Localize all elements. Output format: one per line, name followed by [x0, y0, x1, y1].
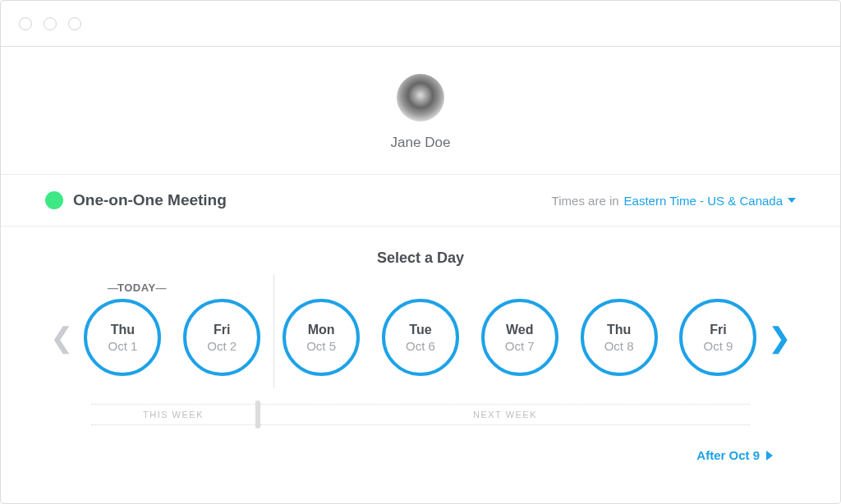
next-arrow-icon[interactable]: ❯ [768, 323, 791, 351]
prev-arrow-icon[interactable]: ❮ [50, 323, 73, 351]
profile-section: Jane Doe [1, 48, 840, 175]
window-control-dot[interactable] [19, 17, 32, 30]
day-option[interactable]: Thu Oct 1 [84, 299, 161, 376]
day-weekday: Mon [308, 323, 335, 337]
day-weekday: Wed [506, 323, 533, 337]
chevron-down-icon [788, 198, 796, 203]
week-labels-bar: THIS WEEK NEXT WEEK [1, 401, 840, 428]
meeting-bar: One-on-One Meeting Times are in Eastern … [1, 175, 840, 227]
next-week-label: NEXT WEEK [260, 404, 750, 425]
meeting-title-group: One-on-One Meeting [45, 191, 227, 209]
after-date-row: After Oct 9 [1, 428, 840, 462]
day-weekday: Thu [607, 323, 631, 337]
day-option[interactable]: Tue Oct 6 [382, 299, 459, 376]
day-weekday: Fri [214, 323, 230, 337]
day-date: Oct 2 [207, 339, 237, 353]
content-area: Jane Doe One-on-One Meeting Times are in… [1, 47, 840, 504]
day-date: Oct 6 [406, 339, 435, 353]
avatar [397, 74, 444, 121]
window-control-dot[interactable] [44, 17, 57, 30]
day-date: Oct 7 [505, 339, 535, 353]
day-option[interactable]: Mon Oct 5 [283, 299, 360, 376]
meeting-title: One-on-One Meeting [73, 191, 227, 209]
day-option[interactable]: Fri Oct 2 [183, 299, 260, 376]
week-divider-line [273, 274, 274, 387]
this-week-label: THIS WEEK [91, 404, 255, 425]
day-date: Oct 1 [108, 339, 137, 353]
day-option[interactable]: Thu Oct 8 [581, 299, 658, 376]
window-control-dot[interactable] [68, 17, 81, 30]
today-label: —TODAY— [108, 282, 840, 294]
browser-window: Jane Doe One-on-One Meeting Times are in… [0, 0, 841, 504]
timezone-selector[interactable]: Eastern Time - US & Canada [624, 194, 796, 208]
today-label-text: TODAY [117, 282, 156, 294]
day-weekday: Tue [409, 323, 431, 337]
timezone-prefix: Times are in [552, 194, 619, 208]
day-selector-row: ❮ Thu Oct 1 Fri Oct 2 Mon Oct 5 Tue Oct … [1, 299, 840, 376]
section-title: Select a Day [1, 250, 840, 267]
triangle-right-icon [766, 451, 773, 460]
day-option[interactable]: Wed Oct 7 [481, 299, 558, 376]
after-date-text: After Oct 9 [696, 448, 760, 462]
window-titlebar [1, 1, 840, 47]
after-date-link[interactable]: After Oct 9 [696, 448, 773, 462]
day-weekday: Fri [710, 323, 726, 337]
day-date: Oct 9 [704, 339, 733, 353]
status-dot-icon [45, 191, 63, 209]
day-date: Oct 5 [306, 339, 336, 353]
day-weekday: Thu [111, 323, 135, 337]
day-option[interactable]: Fri Oct 9 [679, 299, 756, 376]
profile-name: Jane Doe [391, 135, 451, 151]
day-date: Oct 8 [604, 339, 634, 353]
days-inner: Thu Oct 1 Fri Oct 2 Mon Oct 5 Tue Oct 6 … [73, 299, 768, 376]
timezone-label: Eastern Time - US & Canada [624, 194, 783, 208]
timezone-group: Times are in Eastern Time - US & Canada [552, 194, 796, 208]
